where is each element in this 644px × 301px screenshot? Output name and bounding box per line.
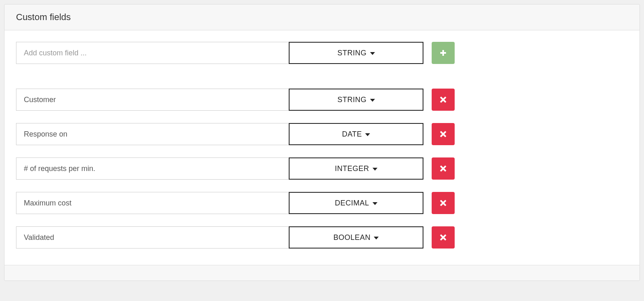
field-type-select[interactable]: INTEGER (289, 157, 423, 180)
field-name-input[interactable] (16, 226, 289, 249)
add-field-name-input[interactable] (16, 42, 289, 64)
field-name-input[interactable] (16, 192, 289, 214)
panel-header: Custom fields (5, 5, 639, 30)
type-select-label: DATE (342, 130, 362, 139)
close-icon (440, 131, 446, 137)
remove-field-button[interactable] (432, 226, 455, 249)
panel-footer (5, 265, 639, 280)
caret-down-icon (374, 237, 379, 239)
field-type-select[interactable]: DATE (289, 123, 423, 145)
field-type-select[interactable]: BOOLEAN (289, 226, 423, 249)
type-select-label: STRING (337, 96, 366, 104)
type-select-label: INTEGER (335, 164, 369, 173)
field-name-input[interactable] (16, 157, 289, 180)
field-name-input[interactable] (16, 123, 289, 145)
remove-field-button[interactable] (432, 192, 455, 214)
field-row: DECIMAL (16, 192, 628, 214)
caret-down-icon (373, 202, 377, 205)
type-select-label: DECIMAL (335, 199, 369, 208)
remove-field-button[interactable] (432, 157, 455, 180)
caret-down-icon (373, 168, 377, 171)
close-icon (440, 165, 446, 172)
panel-title: Custom fields (16, 12, 628, 23)
panel-body: STRING STRINGDATEINTEGERDECIMALBOOLEAN (5, 30, 639, 265)
field-name-input[interactable] (16, 89, 289, 111)
type-select-label: STRING (337, 49, 366, 57)
field-row: STRING (16, 89, 628, 111)
caret-down-icon (365, 133, 370, 136)
remove-field-button[interactable] (432, 123, 455, 145)
close-icon (440, 234, 446, 241)
caret-down-icon (370, 99, 375, 102)
field-row: INTEGER (16, 157, 628, 180)
field-type-select[interactable]: STRING (289, 89, 423, 111)
field-row: BOOLEAN (16, 226, 628, 249)
close-icon (440, 96, 446, 103)
fields-list: STRINGDATEINTEGERDECIMALBOOLEAN (16, 89, 628, 249)
caret-down-icon (370, 52, 375, 55)
field-row: DATE (16, 123, 628, 145)
add-field-type-select[interactable]: STRING (289, 42, 423, 64)
custom-fields-panel: Custom fields STRING STRINGDATEINTEGERDE… (4, 4, 640, 281)
remove-field-button[interactable] (432, 89, 455, 111)
plus-icon (440, 50, 446, 56)
close-icon (440, 200, 446, 206)
field-type-select[interactable]: DECIMAL (289, 192, 423, 214)
add-field-row: STRING (16, 42, 628, 64)
add-field-button[interactable] (432, 42, 455, 64)
type-select-label: BOOLEAN (334, 233, 371, 242)
